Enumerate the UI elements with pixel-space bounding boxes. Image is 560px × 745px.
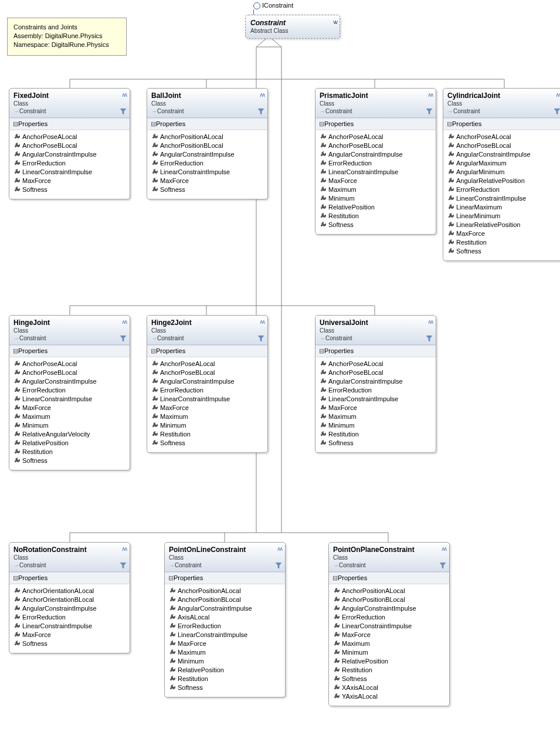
property-item[interactable]: MaxForce	[22, 404, 126, 412]
property-item[interactable]: AnchorPoseALocal	[22, 133, 126, 141]
property-item[interactable]: Softness	[160, 439, 264, 448]
property-item[interactable]: AnchorPoseALocal	[328, 360, 432, 368]
property-item[interactable]: LinearConstraintImpulse	[22, 168, 126, 177]
property-item[interactable]: AngularConstraintImpulse	[456, 150, 560, 159]
property-item[interactable]: AnchorPositionBLocal	[178, 595, 281, 604]
expand-icon[interactable]: ∨∨	[332, 19, 336, 25]
property-item[interactable]: AngularConstraintImpulse	[22, 150, 126, 159]
filter-icon[interactable]	[120, 109, 126, 114]
property-item[interactable]: AnchorOrientationBLocal	[22, 595, 126, 604]
properties-header[interactable]: Properties	[329, 572, 449, 584]
filter-icon[interactable]	[258, 336, 264, 341]
property-item[interactable]: RelativePosition	[22, 439, 126, 448]
property-item[interactable]: Minimum	[178, 657, 281, 666]
property-item[interactable]: ErrorReduction	[328, 386, 432, 395]
property-item[interactable]: YAxisALocal	[342, 692, 446, 701]
property-item[interactable]: AngularConstraintImpulse	[328, 377, 432, 386]
property-item[interactable]: ErrorReduction	[342, 613, 446, 622]
class-box-constraint-root[interactable]: Constraint Abstract Class ∨∨	[245, 15, 340, 39]
property-item[interactable]: LinearConstraintImpulse	[22, 622, 126, 631]
property-item[interactable]: RelativePosition	[328, 203, 432, 212]
property-item[interactable]: Softness	[456, 247, 560, 256]
property-item[interactable]: LinearConstraintImpulse	[160, 395, 264, 404]
property-item[interactable]: AngularConstraintImpulse	[178, 604, 281, 613]
property-item[interactable]: LinearConstraintImpulse	[456, 194, 560, 203]
property-item[interactable]: ErrorReduction	[22, 386, 126, 395]
properties-header[interactable]: Properties	[315, 118, 436, 130]
property-item[interactable]: Softness	[328, 221, 432, 229]
properties-header[interactable]: Properties	[443, 118, 560, 130]
property-item[interactable]: MaxForce	[160, 404, 264, 412]
property-item[interactable]: AnchorPoseALocal	[22, 360, 126, 368]
property-item[interactable]: ErrorReduction	[456, 185, 560, 194]
property-item[interactable]: AxisALocal	[178, 613, 281, 622]
property-item[interactable]: ErrorReduction	[160, 159, 264, 168]
property-item[interactable]: AnchorPoseBLocal	[160, 368, 264, 377]
collapse-icon[interactable]: ∧∧	[277, 546, 281, 552]
filter-icon[interactable]	[120, 563, 126, 568]
property-item[interactable]: Restitution	[456, 238, 560, 247]
property-item[interactable]: Softness	[22, 456, 126, 465]
property-item[interactable]: Restitution	[22, 448, 126, 456]
collapse-icon[interactable]: ∧∧	[259, 92, 264, 98]
property-item[interactable]: AngularConstraintImpulse	[160, 150, 264, 159]
property-item[interactable]: RelativePosition	[342, 657, 446, 666]
property-item[interactable]: AnchorPoseALocal	[328, 133, 432, 141]
property-item[interactable]: LinearConstraintImpulse	[160, 168, 264, 177]
class-box-balljoint[interactable]: BallJointClassConstraint∧∧PropertiesAnch…	[147, 88, 268, 199]
property-item[interactable]: AnchorPoseALocal	[160, 360, 264, 368]
class-box-universaljoint[interactable]: UniversalJointClassConstraint∧∧Propertie…	[315, 315, 436, 453]
property-item[interactable]: Softness	[328, 439, 432, 448]
filter-icon[interactable]	[426, 336, 432, 341]
property-item[interactable]: AnchorPositionBLocal	[160, 141, 264, 150]
properties-header[interactable]: Properties	[147, 345, 267, 357]
class-box-hinge2joint[interactable]: Hinge2JointClassConstraint∧∧PropertiesAn…	[147, 315, 268, 453]
property-item[interactable]: Restitution	[160, 430, 264, 439]
property-item[interactable]: ErrorReduction	[328, 159, 432, 168]
class-box-pointonlineconstraint[interactable]: PointOnLineConstraintClassConstraint∧∧Pr…	[164, 542, 286, 697]
property-item[interactable]: Softness	[160, 185, 264, 194]
property-item[interactable]: Maximum	[22, 412, 126, 421]
property-item[interactable]: Minimum	[22, 421, 126, 430]
property-item[interactable]: LinearConstraintImpulse	[178, 631, 281, 639]
property-item[interactable]: ErrorReduction	[160, 386, 264, 395]
collapse-icon[interactable]: ∧∧	[555, 92, 560, 98]
property-item[interactable]: AngularConstraintImpulse	[328, 150, 432, 159]
property-item[interactable]: LinearMaximum	[456, 203, 560, 212]
properties-header[interactable]: Properties	[147, 118, 267, 130]
property-item[interactable]: AngularConstraintImpulse	[22, 377, 126, 386]
property-item[interactable]: XAxisALocal	[342, 683, 446, 692]
properties-header[interactable]: Properties	[9, 572, 130, 584]
property-item[interactable]: Maximum	[342, 639, 446, 648]
class-box-pointonplaneconstraint[interactable]: PointOnPlaneConstraintClassConstraint∧∧P…	[328, 542, 450, 706]
collapse-icon[interactable]: ∧∧	[121, 546, 126, 552]
properties-header[interactable]: Properties	[315, 345, 436, 357]
property-item[interactable]: LinearMinimum	[456, 212, 560, 221]
property-item[interactable]: Maximum	[160, 412, 264, 421]
property-item[interactable]: AnchorPoseBLocal	[22, 141, 126, 150]
property-item[interactable]: MaxForce	[328, 404, 432, 412]
property-item[interactable]: AnchorPoseBLocal	[328, 141, 432, 150]
property-item[interactable]: AnchorPositionBLocal	[342, 595, 446, 604]
property-item[interactable]: Minimum	[342, 648, 446, 657]
property-item[interactable]: Restitution	[328, 430, 432, 439]
filter-icon[interactable]	[554, 109, 560, 114]
property-item[interactable]: LinearRelativePosition	[456, 221, 560, 229]
property-item[interactable]: LinearConstraintImpulse	[328, 395, 432, 404]
property-item[interactable]: MaxForce	[22, 177, 126, 185]
property-item[interactable]: AngularConstraintImpulse	[22, 604, 126, 613]
property-item[interactable]: AnchorPoseALocal	[456, 133, 560, 141]
property-item[interactable]: Minimum	[328, 194, 432, 203]
class-box-norotationconstraint[interactable]: NoRotationConstraintClassConstraint∧∧Pro…	[9, 542, 130, 653]
property-item[interactable]: RelativeAngularVelocity	[22, 430, 126, 439]
properties-header[interactable]: Properties	[9, 118, 130, 130]
property-item[interactable]: LinearConstraintImpulse	[342, 622, 446, 631]
property-item[interactable]: AngularMinimum	[456, 168, 560, 177]
filter-icon[interactable]	[120, 336, 126, 341]
properties-header[interactable]: Properties	[9, 345, 130, 357]
class-box-fixedjoint[interactable]: FixedJointClassConstraint∧∧PropertiesAnc…	[9, 88, 130, 199]
property-item[interactable]: AnchorOrientationALocal	[22, 587, 126, 595]
collapse-icon[interactable]: ∧∧	[441, 546, 446, 552]
property-item[interactable]: MaxForce	[456, 229, 560, 238]
property-item[interactable]: MaxForce	[178, 639, 281, 648]
